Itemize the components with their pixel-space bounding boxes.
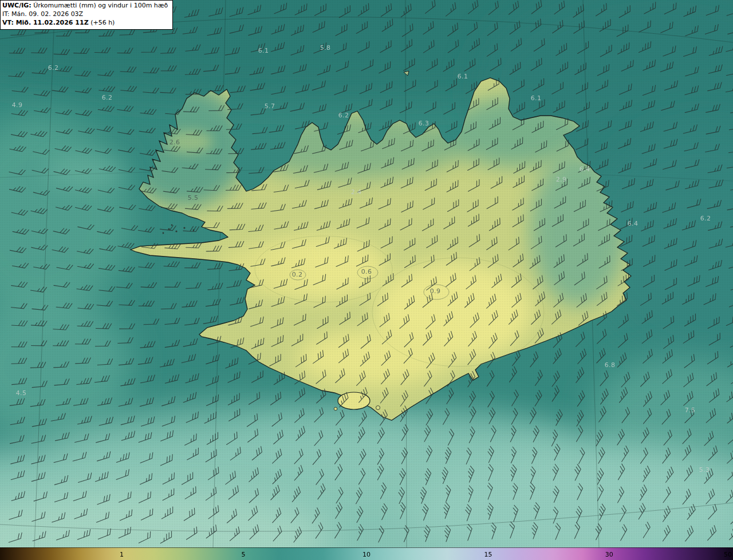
- init-time-line: IT: Mán. 09. 02. 2026 03Z: [2, 10, 168, 19]
- valid-time-line: VT: Mið. 11.02.2026 11Z (+56 h): [2, 19, 168, 27]
- colorbar-tick-label: 1: [120, 550, 124, 558]
- valid-offset: (+56 h): [89, 19, 115, 26]
- colorbar: 1510153050: [0, 547, 733, 560]
- colorbar-tick-label: 50: [724, 550, 732, 558]
- valid-time: VT: Mið. 11.02.2026 11Z: [2, 19, 89, 26]
- weather-map-page: 6.15.86.26.14.96.25.76.16.26.32.66.42.92…: [0, 0, 733, 560]
- model-label: UWC/IG:: [2, 2, 31, 9]
- map-title-line: UWC/IG: Úrkomumætti (mm) og vindur i 100…: [2, 2, 168, 10]
- model-grid-texture: [0, 0, 733, 547]
- colorbar-tick-label: 10: [362, 550, 371, 558]
- colorbar-tick-label: 30: [605, 550, 613, 558]
- map-title: Úrkomumætti (mm) og vindur i 100m hæð: [31, 2, 168, 9]
- weather-map: [0, 0, 733, 547]
- forecast-info-box: UWC/IG: Úrkomumætti (mm) og vindur i 100…: [0, 0, 173, 30]
- colorbar-tick-label: 5: [241, 550, 245, 558]
- colorbar-tick-label: 15: [484, 550, 492, 558]
